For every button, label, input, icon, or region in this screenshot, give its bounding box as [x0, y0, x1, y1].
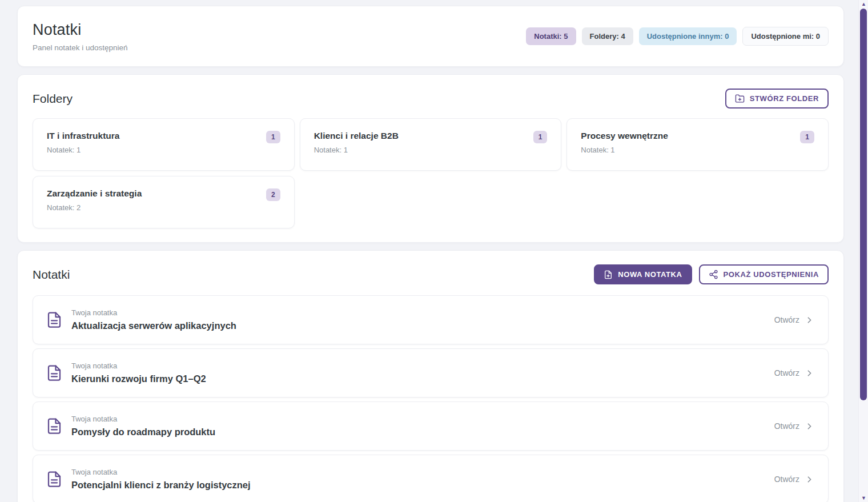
folder-count-badge: 1	[266, 131, 280, 143]
folders-section-title: Foldery	[33, 92, 73, 106]
note-open-action[interactable]: Otwórz	[774, 368, 814, 378]
folder-note-count-text: Notatek: 1	[47, 146, 119, 154]
folder-card-text: Klienci i relacje B2BNotatek: 1	[314, 131, 399, 154]
folder-card[interactable]: Zarządzanie i strategiaNotatek: 22	[33, 176, 295, 228]
folder-grid: IT i infrastrukturaNotatek: 11Klienci i …	[33, 118, 829, 228]
chevron-right-icon	[805, 368, 814, 378]
folder-name: Procesy wewnętrzne	[581, 131, 668, 141]
stat-badge-4: Udostępnione mi: 0	[742, 27, 829, 46]
note-open-label: Otwórz	[774, 315, 799, 324]
note-kind-label: Twoja notatka	[71, 415, 215, 423]
note-open-action[interactable]: Otwórz	[774, 475, 814, 484]
note-document-icon	[46, 363, 63, 383]
folder-card-text: Zarządzanie i strategiaNotatek: 2	[47, 188, 142, 212]
folder-plus-icon	[735, 94, 745, 103]
chevron-right-icon	[805, 315, 814, 325]
create-folder-button-label: STWÓRZ FOLDER	[750, 94, 819, 103]
folder-note-count-text: Notatek: 2	[47, 203, 142, 212]
stat-badge-value: 0	[725, 32, 729, 41]
note-row[interactable]: Twoja notatkaPomysły do roadmapy produkt…	[33, 401, 829, 451]
note-icon-wrap	[46, 310, 63, 330]
note-open-label: Otwórz	[774, 475, 799, 484]
show-shares-button-label: POKAŻ UDOSTĘPNIENIA	[724, 270, 819, 279]
folder-note-count-text: Notatek: 1	[581, 146, 668, 154]
page-title: Notatki	[33, 21, 128, 39]
note-open-label: Otwórz	[774, 421, 799, 431]
notes-section-title: Notatki	[33, 268, 70, 282]
note-icon-wrap	[46, 416, 63, 436]
note-kind-label: Twoja notatka	[71, 308, 236, 317]
note-text: Twoja notatkaPomysły do roadmapy produkt…	[71, 415, 215, 437]
note-document-icon	[46, 469, 63, 489]
note-kind-label: Twoja notatka	[71, 468, 251, 476]
note-row[interactable]: Twoja notatkaAktualizacja serwerów aplik…	[33, 295, 829, 344]
note-title: Aktualizacja serwerów aplikacyjnych	[71, 320, 236, 331]
share-icon	[709, 270, 718, 279]
folder-name: IT i infrastruktura	[47, 131, 119, 141]
note-title: Pomysły do roadmapy produktu	[71, 427, 215, 437]
header-badges: Notatki: 5Foldery: 4Udostępnione innym: …	[526, 27, 829, 46]
stat-badge-2: Foldery: 4	[582, 27, 633, 45]
folder-count-badge: 2	[266, 188, 280, 201]
note-text: Twoja notatkaKierunki rozwoju firmy Q1–Q…	[71, 362, 206, 384]
note-icon-wrap	[46, 363, 63, 383]
folder-count-badge: 1	[800, 131, 814, 143]
folder-card-text: Procesy wewnętrzneNotatek: 1	[581, 131, 668, 154]
scrollbar-thumb[interactable]	[860, 9, 867, 400]
note-title: Potencjalni klienci z branży logistyczne…	[71, 480, 251, 491]
stat-badge-3: Udostępnione innym: 0	[639, 27, 737, 45]
new-note-button[interactable]: NOWA NOTATKA	[594, 264, 692, 284]
stat-badge-value: 4	[621, 32, 625, 41]
note-kind-label: Twoja notatka	[71, 362, 206, 370]
folder-card[interactable]: Procesy wewnętrzneNotatek: 11	[566, 118, 829, 171]
folder-name: Klienci i relacje B2B	[314, 131, 399, 141]
folder-name: Zarządzanie i strategia	[47, 188, 142, 199]
folder-note-count-text: Notatek: 1	[314, 146, 399, 154]
stat-badge-label: Notatki:	[534, 32, 564, 41]
folders-section: Foldery STWÓRZ FOLDER IT i infrastruktur…	[17, 74, 844, 243]
chevron-right-icon	[805, 475, 814, 484]
note-icon-wrap	[46, 469, 63, 489]
notes-section: Notatki NOWA NOTATKA	[17, 250, 844, 502]
folder-card-text: IT i infrastrukturaNotatek: 1	[47, 131, 119, 154]
stat-badge-1: Notatki: 5	[526, 27, 576, 45]
note-open-label: Otwórz	[774, 368, 799, 377]
notes-section-head: Notatki NOWA NOTATKA	[33, 264, 829, 284]
stat-badge-label: Udostępnione mi:	[751, 32, 815, 41]
folder-count-badge: 1	[533, 131, 548, 143]
chevron-right-icon	[805, 421, 814, 431]
folders-section-head: Foldery STWÓRZ FOLDER	[33, 89, 829, 109]
stat-badge-label: Foldery:	[590, 32, 621, 41]
show-shares-button[interactable]: POKAŻ UDOSTĘPNIENIA	[699, 264, 829, 284]
note-text: Twoja notatkaAktualizacja serwerów aplik…	[71, 308, 236, 331]
folder-card[interactable]: Klienci i relacje B2BNotatek: 11	[300, 118, 562, 171]
note-open-action[interactable]: Otwórz	[774, 421, 814, 431]
vertical-scrollbar[interactable]: ▲ ▼	[858, 0, 868, 502]
note-row[interactable]: Twoja notatkaPotencjalni klienci z branż…	[33, 455, 829, 502]
header-titles: Notatki Panel notatek i udostępnień	[33, 21, 128, 52]
scroll-down-arrow-icon[interactable]: ▼	[859, 495, 868, 501]
note-text: Twoja notatkaPotencjalni klienci z branż…	[71, 468, 251, 491]
folder-card[interactable]: IT i infrastrukturaNotatek: 11	[33, 118, 295, 171]
header: Notatki Panel notatek i udostępnień Nota…	[17, 6, 844, 67]
stat-badge-value: 0	[816, 32, 820, 41]
file-plus-icon	[604, 270, 613, 279]
new-note-button-label: NOWA NOTATKA	[618, 270, 682, 279]
notes-actions: NOWA NOTATKA POKAŻ UDOSTĘPNIENIA	[594, 264, 829, 284]
page-content: Notatki Panel notatek i udostępnień Nota…	[0, 0, 868, 502]
note-title: Kierunki rozwoju firmy Q1–Q2	[71, 374, 206, 384]
stat-badge-value: 5	[564, 32, 568, 41]
note-document-icon	[46, 416, 63, 436]
note-row[interactable]: Twoja notatkaKierunki rozwoju firmy Q1–Q…	[33, 348, 829, 397]
note-document-icon	[46, 310, 63, 330]
note-list: Twoja notatkaAktualizacja serwerów aplik…	[33, 295, 829, 502]
page-subtitle: Panel notatek i udostępnień	[33, 43, 128, 52]
scroll-up-arrow-icon[interactable]: ▲	[859, 1, 868, 7]
stat-badge-label: Udostępnione innym:	[647, 32, 725, 41]
create-folder-button[interactable]: STWÓRZ FOLDER	[725, 89, 829, 109]
note-open-action[interactable]: Otwórz	[774, 315, 814, 325]
